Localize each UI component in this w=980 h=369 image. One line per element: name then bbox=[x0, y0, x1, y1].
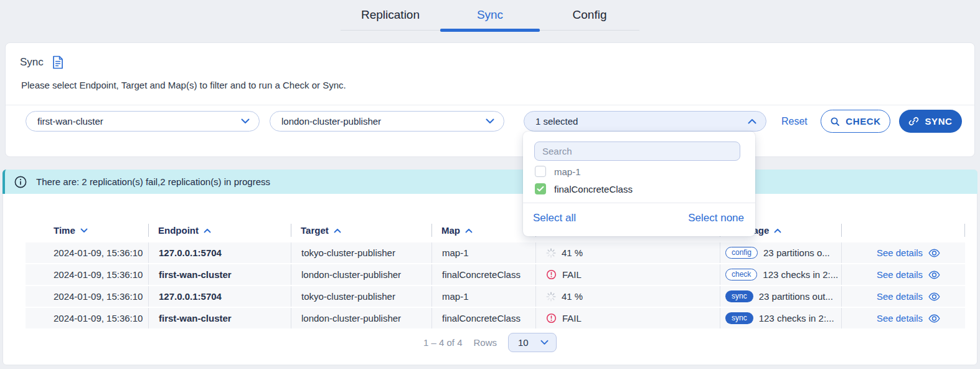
cell-time: 2024-01-09, 15:36:10 bbox=[26, 264, 148, 285]
sort-asc-icon bbox=[204, 228, 211, 233]
cell-time: 2024-01-09, 15:36:10 bbox=[26, 286, 148, 307]
table-row: 2024-01-09, 15:36:10 127.0.0.1:5704 toky… bbox=[26, 242, 965, 263]
map-option-label: map-1 bbox=[554, 166, 581, 177]
cell-status: 41 % bbox=[535, 286, 720, 307]
chevron-down-icon bbox=[241, 118, 250, 124]
select-none-link[interactable]: Select none bbox=[688, 212, 744, 224]
search-icon bbox=[830, 117, 840, 127]
pagination-range: 1 – 4 of 4 bbox=[423, 337, 463, 348]
info-icon bbox=[14, 175, 27, 189]
document-icon[interactable] bbox=[52, 55, 64, 69]
operation-badge: sync bbox=[725, 312, 753, 324]
sort-asc-icon bbox=[774, 228, 781, 233]
table-row: 2024-01-09, 15:36:10 127.0.0.1:5704 toky… bbox=[26, 286, 965, 307]
rows-per-page-value: 10 bbox=[518, 337, 529, 348]
cell-target: london-cluster-publisher bbox=[291, 308, 431, 328]
rows-per-page-select[interactable]: 10 bbox=[508, 333, 557, 352]
cell-endpoint: first-wan-cluster bbox=[148, 264, 291, 285]
error-icon bbox=[546, 269, 557, 280]
spinner-icon bbox=[546, 248, 556, 258]
endpoint-select-value: first-wan-cluster bbox=[37, 116, 103, 127]
status-text: 41 % bbox=[562, 247, 583, 258]
cell-target: tokyo-cluster-publisher bbox=[291, 242, 431, 263]
sync-button-label: SYNC bbox=[925, 116, 952, 127]
card-subtitle: Please select Endpoint, Target and Map(s… bbox=[21, 80, 346, 90]
map-option-label: finalConcreteClass bbox=[554, 184, 633, 194]
map-multiselect-panel: map-1 finalConcreteClass Select all Sele… bbox=[523, 132, 755, 236]
status-text: FAIL bbox=[562, 313, 582, 323]
map-option-map-1[interactable]: map-1 bbox=[535, 164, 581, 179]
see-details-link[interactable]: See details bbox=[841, 308, 965, 328]
tab-replication[interactable]: Replication bbox=[341, 0, 440, 30]
sync-button[interactable]: SYNC bbox=[899, 110, 962, 133]
column-header-time[interactable]: Time bbox=[26, 220, 148, 241]
map-select-value: 1 selected bbox=[535, 116, 578, 127]
operation-badge: check bbox=[725, 269, 757, 280]
message-text: 123 checks in 2:... bbox=[763, 269, 838, 280]
cell-map: map-1 bbox=[431, 242, 535, 263]
cell-target: london-cluster-publisher bbox=[291, 264, 431, 285]
checkbox-unchecked[interactable] bbox=[535, 166, 546, 177]
table-row: 2024-01-09, 15:36:10 first-wan-cluster l… bbox=[26, 308, 965, 328]
endpoint-select[interactable]: first-wan-cluster bbox=[26, 111, 260, 132]
see-details-link[interactable]: See details bbox=[841, 264, 965, 285]
column-header-details bbox=[841, 220, 965, 241]
cell-endpoint: 127.0.0.1:5704 bbox=[148, 242, 291, 263]
table-header: Time Endpoint Target Map bbox=[26, 220, 965, 241]
column-header-endpoint[interactable]: Endpoint bbox=[148, 220, 291, 241]
select-all-link[interactable]: Select all bbox=[533, 212, 576, 224]
chevron-down-icon bbox=[540, 340, 549, 345]
search-input[interactable] bbox=[534, 141, 740, 161]
check-button[interactable]: CHECK bbox=[821, 110, 890, 133]
cell-message: sync 123 checks in 2:... bbox=[720, 308, 841, 328]
info-banner: There are: 2 replication(s) fail,2 repli… bbox=[2, 170, 978, 194]
eye-icon bbox=[928, 271, 940, 279]
info-banner-text: There are: 2 replication(s) fail,2 repli… bbox=[36, 176, 270, 187]
cell-map: finalConcreteClass bbox=[431, 264, 535, 285]
divider bbox=[523, 203, 755, 203]
target-select[interactable]: london-cluster-publisher bbox=[270, 111, 504, 132]
see-details-link[interactable]: See details bbox=[841, 286, 965, 307]
tab-sync[interactable]: Sync bbox=[440, 0, 540, 30]
status-text: FAIL bbox=[562, 269, 582, 280]
operation-badge: config bbox=[725, 247, 758, 259]
column-header-target[interactable]: Target bbox=[291, 220, 431, 241]
message-text: 123 checks in 2:... bbox=[759, 313, 834, 323]
reset-button[interactable]: Reset bbox=[781, 116, 808, 127]
pagination: 1 – 4 of 4 Rows 10 bbox=[3, 333, 977, 352]
cell-map: map-1 bbox=[431, 286, 535, 307]
cell-map: finalConcreteClass bbox=[431, 308, 535, 328]
cell-time: 2024-01-09, 15:36:10 bbox=[26, 308, 148, 328]
sort-desc-icon bbox=[80, 228, 88, 233]
page-title: Sync bbox=[20, 56, 44, 69]
eye-icon bbox=[928, 314, 940, 323]
cell-status: FAIL bbox=[535, 308, 720, 328]
see-details-link[interactable]: See details bbox=[841, 242, 965, 263]
divider bbox=[6, 105, 974, 105]
column-header-map[interactable]: Map bbox=[431, 220, 535, 241]
cell-target: tokyo-cluster-publisher bbox=[291, 286, 431, 307]
error-icon bbox=[546, 313, 557, 323]
map-option-finalconcreteclass[interactable]: finalConcreteClass bbox=[535, 181, 633, 196]
tabs: Replication Sync Config bbox=[341, 0, 639, 31]
wan-replication-page: Replication Sync Config Sync Please sele… bbox=[0, 0, 980, 369]
eye-icon bbox=[928, 292, 940, 301]
table-row: 2024-01-09, 15:36:10 first-wan-cluster l… bbox=[26, 264, 965, 285]
target-select-value: london-cluster-publisher bbox=[281, 116, 381, 127]
message-text: 23 partitions o... bbox=[763, 247, 830, 258]
eye-icon bbox=[928, 249, 940, 257]
map-select[interactable]: 1 selected bbox=[524, 111, 766, 132]
status-text: 41 % bbox=[562, 291, 583, 302]
checkbox-checked[interactable] bbox=[535, 183, 546, 194]
cell-endpoint: first-wan-cluster bbox=[148, 308, 291, 328]
cell-endpoint: 127.0.0.1:5704 bbox=[148, 286, 291, 307]
tab-config[interactable]: Config bbox=[540, 0, 639, 30]
cell-message: check 123 checks in 2:... bbox=[720, 264, 841, 285]
sort-asc-icon bbox=[334, 228, 341, 233]
message-text: 23 partitions out... bbox=[759, 291, 833, 302]
sort-asc-icon bbox=[465, 228, 473, 233]
link-icon bbox=[908, 116, 919, 127]
chevron-up-icon bbox=[748, 118, 756, 124]
rows-label: Rows bbox=[474, 337, 497, 348]
cell-status: 41 % bbox=[535, 242, 720, 263]
